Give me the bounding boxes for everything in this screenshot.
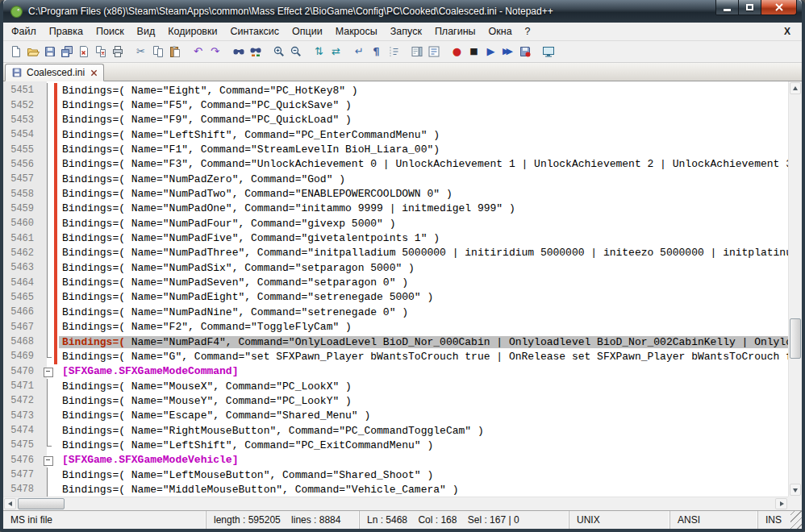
monitor-button[interactable] [540,43,557,60]
undo-button[interactable]: ↶ [190,43,206,60]
sync-scroll-horizontal-button[interactable]: ⇄ [327,43,344,60]
menu-item-run[interactable]: Запуск [384,23,428,40]
code-line[interactable]: 5474Bindings=( Name="RightMouseButton", … [3,423,788,438]
code-line[interactable]: 5453Bindings=( Name="F9", Command="PC_Qu… [3,113,788,127]
print-button[interactable] [109,43,126,60]
code-line[interactable]: 5462Bindings=( Name="NumPadThree", Comma… [3,246,788,260]
save-button[interactable] [41,43,58,60]
stop-macro-button[interactable]: ■ [465,43,482,60]
fold-collapse-icon[interactable] [40,453,54,468]
run-macro-multiple-button[interactable]: ▶▶ [499,43,516,60]
tabbar: Coalesced.ini [3,63,802,81]
fold-collapse-icon[interactable] [40,364,54,379]
code-line[interactable]: 5466Bindings=( Name="NumPadNine", Comman… [3,305,788,319]
code-line[interactable]: 5467Bindings=( Name="F2", Command="Toggl… [3,320,788,335]
zoom-out-button[interactable] [287,43,304,60]
document-map-button[interactable] [408,43,425,60]
code-line[interactable]: 5455Bindings=( Name="F1", Command="Strea… [3,142,788,156]
code-line[interactable]: 5469Bindings=( Name="G", Command="set SF… [3,349,788,364]
menu-item-edit[interactable]: Правка [43,23,90,40]
save-all-button[interactable] [58,43,75,60]
close-button[interactable] [761,0,797,15]
replace-button[interactable] [247,43,264,60]
word-wrap-button[interactable]: ↵ [351,43,368,60]
save-macro-button[interactable] [516,43,533,60]
arrow-right-icon [780,501,786,506]
redo-button[interactable]: ↷ [206,43,223,60]
menu-item-search[interactable]: Поиск [90,23,131,40]
scroll-left-button[interactable] [4,498,16,509]
menu-item-syntax[interactable]: Синтаксис [223,23,286,40]
fold-guide [40,127,54,142]
copy-button[interactable] [149,43,166,60]
fold-guide [40,186,54,201]
tab-coalesced-ini[interactable]: Coalesced.ini [5,64,104,81]
menu-item-plugins[interactable]: Плагины [428,23,482,40]
code-text: Bindings=( Name="MiddleMouseButton", Com… [59,484,788,496]
code-line[interactable]: 5477Bindings=( Name="LeftMouseButton", C… [3,468,788,482]
menu-item-settings[interactable]: Опции [286,23,329,40]
vertical-scroll-thumb[interactable] [790,318,801,359]
scroll-up-button[interactable] [790,82,801,94]
code-line[interactable]: 5465Bindings=( Name="NumPadEight", Comma… [3,290,788,305]
code-line[interactable]: 5458Bindings=( Name="NumPadTwo", Command… [3,186,788,201]
minimize-button[interactable] [715,0,739,15]
tab-close-icon[interactable] [90,69,98,77]
line-number: 5476 [3,455,40,466]
status-eol-format[interactable]: UNIX [569,511,670,529]
close-button[interactable] [75,43,92,60]
paste-button[interactable] [166,43,183,60]
cut-button[interactable]: ✂ [132,43,149,60]
menu-item-encoding[interactable]: Кодировки [161,23,223,40]
code-line[interactable]: 5470[SFXGame.SFXGameModeCommand] [3,364,788,379]
code-line[interactable]: 5457Bindings=( Name="NumPadZero", Comman… [3,172,788,186]
line-number: 5464 [3,277,40,289]
show-all-characters-button[interactable]: ¶ [368,43,385,60]
close-all-button[interactable] [92,43,109,60]
sync-scroll-vertical-button[interactable]: ⇅ [311,43,327,60]
status-insert-mode[interactable]: INS [758,511,790,529]
code-line[interactable]: 5451Bindings=( Name="Eight", Command="PC… [3,83,788,98]
menu-item-view[interactable]: Вид [131,23,162,40]
open-file-button[interactable] [24,43,41,60]
code-area[interactable]: 5451Bindings=( Name="Eight", Command="PC… [3,81,788,497]
vertical-scrollbar[interactable] [788,81,802,497]
code-line[interactable]: 5473Bindings=( Name="Escape", Command="S… [3,409,788,423]
menu-item-window[interactable]: Окна [482,23,519,40]
function-list-button[interactable] [425,43,442,60]
menu-item-help[interactable]: ? [519,23,537,40]
indent-guides-button[interactable] [385,43,402,60]
code-line[interactable]: 5475Bindings=( Name="LeftShift", Command… [3,438,788,452]
code-line[interactable]: 5464Bindings=( Name="NumPadSeven", Comma… [3,275,788,289]
scroll-down-button[interactable] [790,484,801,496]
record-macro-button[interactable]: ● [448,43,465,60]
code-line[interactable]: 5454Bindings=( Name="LeftShift", Command… [3,127,788,142]
menu-item-macro[interactable]: Макросы [329,23,384,40]
menubar-close-button[interactable]: X [774,26,800,37]
code-line[interactable]: 5460Bindings=( Name="NumPadFour", Comman… [3,216,788,231]
code-line[interactable]: 5468Bindings=( Name="NumPadF4", Command=… [3,335,788,349]
code-line[interactable]: 5459Bindings=( Name="NumPadOne", Command… [3,202,788,216]
find-button[interactable] [230,43,247,60]
code-line[interactable]: 5471Bindings=( Name="MouseX", Command="P… [3,379,788,393]
menu-item-file[interactable]: Файл [5,23,43,40]
playback-macro-button[interactable]: ▶ [482,43,499,60]
code-line[interactable]: 5463Bindings=( Name="NumPadSix", Command… [3,260,788,275]
code-line[interactable]: 5472Bindings=( Name="MouseY", Command="P… [3,393,788,408]
code-line[interactable]: 5478Bindings=( Name="MiddleMouseButton",… [3,482,788,497]
scroll-right-button[interactable] [775,498,787,509]
zoom-in-button[interactable] [270,43,287,60]
code-line[interactable]: 5452Bindings=( Name="F5", Command="PC_Qu… [3,98,788,112]
new-file-button[interactable] [7,43,24,60]
code-line[interactable]: 5461Bindings=( Name="NumPadFive", Comman… [3,231,788,245]
copy-icon [152,45,165,58]
horizontal-scrollbar[interactable] [3,497,788,510]
horizontal-scroll-thumb[interactable] [18,498,65,509]
line-number: 5458 [3,189,40,200]
status-encoding[interactable]: ANSI [670,511,758,529]
code-line[interactable]: 5476[SFXGame.SFXGameModeVehicle] [3,453,788,468]
resize-grip[interactable] [790,511,802,529]
code-line[interactable]: 5456Bindings=( Name="F3", Command="Unloc… [3,157,788,172]
titlebar[interactable]: C:\Program Files (x86)\Steam\SteamApps\c… [3,0,802,23]
maximize-button[interactable] [738,0,761,15]
